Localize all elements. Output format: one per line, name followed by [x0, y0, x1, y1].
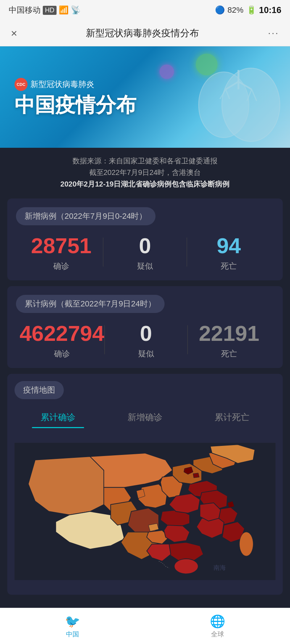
- china-icon: 🐦: [65, 614, 80, 628]
- svg-point-10: [174, 559, 198, 574]
- more-button[interactable]: ···: [268, 28, 279, 39]
- close-button[interactable]: ×: [11, 27, 17, 39]
- time-label: 10:16: [259, 5, 281, 15]
- battery-label: 82%: [228, 5, 244, 15]
- nav-global[interactable]: 🌐 全球: [145, 608, 290, 644]
- battery-icon: 🔋: [246, 5, 256, 15]
- tab-cumulative-confirmed[interactable]: 累计确诊: [14, 406, 102, 428]
- total-death-label: 死亡: [188, 348, 270, 359]
- status-bar: 中国移动 HD 📶 📡 🔵 82% 🔋 10:16: [0, 0, 290, 20]
- global-icon: 🌐: [210, 614, 225, 628]
- china-label: 中国: [66, 630, 79, 639]
- global-label: 全球: [211, 630, 224, 639]
- china-map-container: 南海: [14, 435, 276, 587]
- bluetooth-icon: 🔵: [215, 5, 225, 15]
- bottom-nav: 🐦 中国 🌐 全球: [0, 608, 290, 644]
- new-death-label: 死亡: [187, 261, 270, 272]
- tab-cumulative-death[interactable]: 累计死亡: [188, 406, 276, 428]
- status-icons: 🔵 82% 🔋 10:16: [215, 5, 281, 15]
- total-suspected-label: 疑似: [105, 348, 187, 359]
- map-section-header: 疫情地图: [14, 381, 64, 399]
- nav-china[interactable]: 🐦 中国: [0, 608, 145, 644]
- new-suspected-label: 疑似: [103, 261, 187, 272]
- china-map-svg: 南海: [14, 435, 276, 587]
- data-source-highlight: 2020年2月12-19日湖北省确诊病例包含临床诊断病例: [7, 178, 283, 190]
- total-cases-card: 累计病例（截至2022年7月9日24时） 4622794 确诊 0 疑似 221…: [7, 286, 283, 368]
- total-suspected-stat: 0 疑似: [105, 322, 187, 359]
- signal-icon: 📶: [59, 5, 69, 15]
- svg-point-11: [240, 532, 253, 556]
- total-cases-header: 累计病例（截至2022年7月9日24时）: [16, 295, 165, 313]
- data-source: 数据来源：来自国家卫健委和各省卫健委通报 截至2022年7月9日24时，含港澳台…: [0, 148, 290, 193]
- banner: CDC 新型冠状病毒肺炎 中国疫情分布: [0, 46, 290, 148]
- lungs-illustration: [181, 50, 290, 144]
- total-death-number: 22191: [188, 322, 270, 346]
- main-content: 数据来源：来自国家卫健委和各省卫健委通报 截至2022年7月9日24时，含港澳台…: [0, 148, 290, 644]
- new-death-stat: 94 死亡: [187, 234, 270, 272]
- total-confirmed-label: 确诊: [20, 348, 104, 359]
- map-section: 疫情地图 累计确诊 新增确诊 累计死亡: [7, 374, 283, 595]
- banner-title: 中国疫情分布: [14, 94, 136, 116]
- new-confirmed-label: 确诊: [20, 261, 103, 272]
- tab-new-confirmed[interactable]: 新增确诊: [102, 406, 188, 428]
- cdc-icon: CDC: [14, 78, 28, 91]
- new-cases-stats: 28751 确诊 0 疑似 94 死亡: [16, 234, 274, 272]
- total-confirmed-stat: 4622794 确诊: [20, 322, 104, 359]
- new-suspected-number: 0: [103, 234, 187, 258]
- total-death-stat: 22191 死亡: [188, 322, 270, 359]
- new-suspected-stat: 0 疑似: [103, 234, 187, 272]
- nav-bar: × 新型冠状病毒肺炎疫情分布 ···: [0, 20, 290, 46]
- carrier-label: 中国移动: [9, 5, 41, 16]
- new-cases-header: 新增病例（2022年7月9日0-24时）: [16, 207, 156, 225]
- new-confirmed-number: 28751: [20, 234, 103, 258]
- map-tabs: 累计确诊 新增确诊 累计死亡: [14, 406, 276, 428]
- data-source-line2: 截至2022年7月9日24时，含港澳台: [7, 167, 283, 178]
- new-confirmed-stat: 28751 确诊: [20, 234, 103, 272]
- page-title: 新型冠状病毒肺炎疫情分布: [86, 27, 199, 39]
- total-confirmed-number: 4622794: [20, 322, 104, 346]
- carrier-info: 中国移动 HD 📶 📡: [9, 5, 80, 16]
- data-source-line1: 数据来源：来自国家卫健委和各省卫健委通报: [7, 155, 283, 167]
- new-cases-card: 新增病例（2022年7月9日0-24时） 28751 确诊 0 疑似 94 死亡: [7, 198, 283, 280]
- banner-content: CDC 新型冠状病毒肺炎 中国疫情分布: [14, 78, 136, 116]
- network-type: HD: [43, 6, 57, 15]
- svg-point-1: [199, 72, 249, 138]
- total-cases-stats: 4622794 确诊 0 疑似 22191 死亡: [16, 322, 274, 359]
- wifi-icon: 📡: [71, 5, 80, 15]
- banner-subtitle: CDC 新型冠状病毒肺炎: [14, 78, 136, 91]
- virus-particle-2: [160, 64, 174, 79]
- svg-text:南海: 南海: [214, 564, 226, 571]
- new-death-number: 94: [187, 234, 270, 258]
- total-suspected-number: 0: [105, 322, 187, 346]
